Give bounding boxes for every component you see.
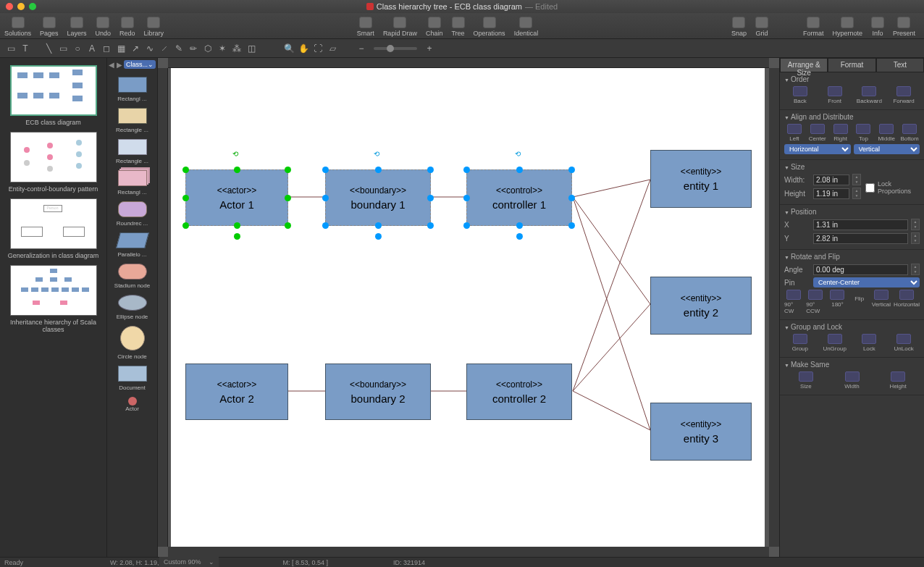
insp-rot-90CW-button[interactable]: 90° CW: [784, 290, 803, 314]
insp-ungroup-button[interactable]: UnGroup: [819, 334, 851, 352]
width-input[interactable]: [813, 175, 849, 185]
arrow-tool-icon[interactable]: ↗: [129, 42, 142, 55]
node-actor1[interactable]: ⟲ <<actor>> Actor 1: [185, 169, 288, 226]
insp-left-button[interactable]: Left: [784, 124, 805, 142]
insp-height-button[interactable]: Height: [876, 371, 920, 390]
shape-document[interactable]: Document: [107, 363, 157, 394]
insp-rot-180-button[interactable]: 180°: [828, 290, 847, 314]
section-align-title[interactable]: Align and Distribute: [784, 113, 920, 121]
insp-lock-button[interactable]: Lock: [854, 334, 886, 352]
zoom-out-icon[interactable]: −: [355, 42, 368, 55]
toolbar-rapid-draw-button[interactable]: Rapid Draw: [379, 15, 421, 37]
toolbar-grid-button[interactable]: Grid: [751, 15, 773, 37]
page-thumb-2[interactable]: [10, 132, 97, 182]
toolbar-smart-button[interactable]: Smart: [353, 15, 379, 37]
insp-right-button[interactable]: Right: [831, 124, 851, 142]
shapes-fwd-icon[interactable]: ▶: [116, 60, 122, 69]
toolbar-layers-button[interactable]: Layers: [63, 15, 91, 37]
scrollbar-vertical[interactable]: [769, 68, 779, 547]
shape-roundrec-[interactable]: Roundrec ...: [107, 198, 157, 230]
shapes-back-icon[interactable]: ◀: [109, 60, 114, 69]
line-tool-icon[interactable]: ╲: [42, 42, 55, 55]
shape-rectangle-[interactable]: Rectangle ...: [107, 105, 157, 136]
select-tool-icon[interactable]: ▭: [4, 42, 17, 55]
shape-parallelo-[interactable]: Parallelo ...: [107, 230, 157, 261]
section-rotate-title[interactable]: Rotate and Flip: [784, 253, 920, 261]
insp-backward-button[interactable]: Backward: [854, 86, 886, 104]
text-tool-icon[interactable]: T: [19, 42, 32, 55]
ellipse-tool-icon[interactable]: ○: [71, 42, 84, 55]
crop-tool-icon[interactable]: ▱: [326, 42, 339, 55]
toolbar-info-button[interactable]: Info: [867, 15, 889, 37]
fit-tool-icon[interactable]: ⛶: [311, 42, 324, 55]
tab-text[interactable]: Text: [876, 58, 924, 72]
insp-middle-button[interactable]: Middle: [876, 124, 896, 142]
toolbar-chain-button[interactable]: Chain: [421, 15, 448, 37]
y-input[interactable]: [813, 233, 908, 244]
zoom-in-icon[interactable]: +: [423, 42, 436, 55]
insp-flip-horizontal-button[interactable]: Horizontal: [894, 290, 920, 314]
curve-tool-icon[interactable]: ∿: [143, 42, 156, 55]
section-makesame-title[interactable]: Make Same: [784, 361, 920, 369]
insp-forward-button[interactable]: Forward: [888, 86, 920, 104]
insp-front-button[interactable]: Front: [819, 86, 851, 104]
scrollbar-horizontal[interactable]: [168, 547, 769, 557]
insp-rot-90CCW-button[interactable]: 90° CCW: [806, 290, 825, 314]
shape-rectangle-[interactable]: Rectangle ...: [107, 136, 157, 167]
erase-tool-icon[interactable]: ◫: [245, 42, 258, 55]
height-input[interactable]: [813, 188, 849, 199]
y-stepper[interactable]: ▲▼: [911, 232, 920, 244]
shape-actor[interactable]: Actor: [107, 394, 157, 415]
insp-top-button[interactable]: Top: [853, 124, 873, 142]
node-entity3[interactable]: <<entity>> entity 3: [650, 403, 752, 461]
insp-group-button[interactable]: Group: [784, 334, 816, 352]
node-control2[interactable]: <<control>> controller 2: [466, 364, 572, 420]
pencil-tool-icon[interactable]: ✏: [187, 42, 200, 55]
node-control1[interactable]: ⟲ <<control>> controller 1: [466, 169, 572, 226]
section-position-title[interactable]: Position: [784, 208, 920, 216]
canvas-page[interactable]: ⟲ <<actor>> Actor 1 ⟲ <<boundary>> bound…: [171, 68, 765, 547]
shapes-library-dropdown[interactable]: Class...⌄: [124, 60, 156, 69]
page-thumb-3[interactable]: Person: [10, 198, 97, 249]
spray-tool-icon[interactable]: ⁂: [230, 42, 243, 55]
star-tool-icon[interactable]: ✶: [216, 42, 229, 55]
page-thumb-1[interactable]: [10, 65, 97, 116]
x-stepper[interactable]: ▲▼: [911, 219, 920, 230]
angle-input[interactable]: [813, 264, 908, 275]
insp-back-button[interactable]: Back: [784, 86, 816, 104]
node-boundary2[interactable]: <<boundary>> boundary 2: [325, 364, 431, 420]
lock-proportions-checkbox[interactable]: [865, 183, 875, 193]
toolbar-undo-button[interactable]: Undo: [91, 15, 116, 37]
zoom-dropdown-icon[interactable]: ⌄: [209, 558, 214, 566]
shape-circle-node[interactable]: Circle node: [107, 323, 157, 363]
node-entity2[interactable]: <<entity>> entity 2: [650, 277, 752, 335]
rotate-handle-icon[interactable]: ⟲: [232, 150, 241, 159]
pan-tool-icon[interactable]: ✋: [297, 42, 310, 55]
insp-center-button[interactable]: Center: [807, 124, 828, 142]
tab-arrange[interactable]: Arrange & Size: [780, 58, 828, 72]
toolbar-snap-button[interactable]: Snap: [727, 15, 751, 37]
rotate-handle-icon[interactable]: ⟲: [515, 150, 524, 159]
node-boundary1[interactable]: ⟲ <<boundary>> boundary 1: [325, 169, 431, 226]
section-order-title[interactable]: Order: [784, 75, 920, 83]
toolbar-solutions-button[interactable]: Solutions: [0, 15, 35, 37]
width-stepper[interactable]: ▲▼: [852, 174, 861, 185]
node-entity1[interactable]: <<entity>> entity 1: [650, 150, 752, 208]
pen-tool-icon[interactable]: ✎: [172, 42, 185, 55]
rect-tool-icon[interactable]: ▭: [56, 42, 70, 55]
shape-stadium-node[interactable]: Stadium node: [107, 261, 157, 292]
connector-tool-icon[interactable]: ⟋: [158, 42, 171, 55]
page-thumb-4[interactable]: [10, 265, 97, 316]
toolbar-present-button[interactable]: Present: [889, 15, 920, 37]
section-group-title[interactable]: Group and Lock: [784, 323, 920, 331]
tab-format[interactable]: Format: [828, 58, 875, 72]
insp-unlock-button[interactable]: UnLock: [888, 334, 920, 352]
rotate-handle-icon[interactable]: ⟲: [374, 150, 382, 159]
angle-stepper[interactable]: ▲▼: [911, 264, 920, 275]
zoom-slider[interactable]: [374, 47, 417, 50]
toolbar-tree-button[interactable]: Tree: [447, 15, 469, 37]
insp-size-button[interactable]: Size: [784, 371, 828, 390]
zoom-tool-icon[interactable]: 🔍: [282, 42, 295, 55]
pin-select[interactable]: Center-Center: [813, 277, 920, 287]
insp-width-button[interactable]: Width: [831, 371, 874, 390]
